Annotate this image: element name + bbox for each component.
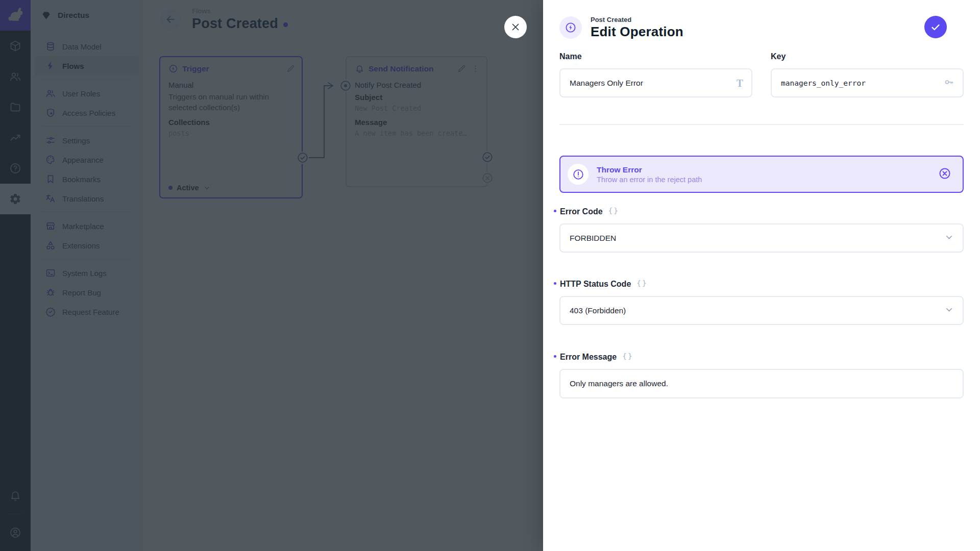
http-status-select[interactable]: 403 (Forbidden) (559, 296, 964, 325)
required-dot (554, 355, 556, 358)
error-message-label: Error Message {} (559, 353, 964, 362)
error-code-select[interactable]: FORBIDDEN (559, 223, 964, 253)
title-formatter-icon: T (737, 77, 743, 89)
operation-type-card[interactable]: Throw Error Throw an error in the reject… (559, 156, 964, 193)
drawer-close-button[interactable] (504, 16, 527, 38)
http-status-value: 403 (Forbidden) (570, 306, 626, 315)
http-status-label: HTTP Status Code {} (559, 280, 964, 289)
modal-overlay[interactable] (0, 0, 543, 551)
chevron-down-icon (944, 232, 954, 244)
required-dot (554, 210, 556, 212)
operation-type-description: Throw an error in the reject path (597, 176, 702, 184)
name-value: Managers Only Error (570, 79, 643, 88)
name-field-group: Name Managers Only Error T (559, 52, 752, 97)
chevron-down-icon (944, 304, 954, 317)
edit-operation-drawer: Post Created Edit Operation Name Manager… (543, 0, 980, 551)
name-input[interactable]: Managers Only Error T (559, 68, 752, 97)
key-field-group: Key managers_only_error (771, 52, 964, 97)
operation-type-title: Throw Error (597, 165, 702, 174)
key-label: Key (771, 52, 964, 61)
error-message-value: Only managers are allowed. (570, 379, 668, 388)
error-message-textarea[interactable]: Only managers are allowed. (559, 369, 964, 398)
drawer-content: Name Managers Only Error T Key managers_… (559, 0, 964, 551)
error-code-value: FORBIDDEN (570, 234, 616, 243)
raw-value-toggle-icon[interactable]: {} (608, 207, 619, 215)
circle-x-icon (938, 167, 951, 180)
key-value: managers_only_error (781, 79, 866, 87)
error-code-field-group: Error Code {} FORBIDDEN (559, 207, 964, 253)
header-divider (559, 124, 964, 125)
name-label: Name (559, 52, 752, 61)
raw-value-toggle-icon[interactable]: {} (622, 352, 633, 360)
error-code-label: Error Code {} (559, 207, 964, 216)
error-circle-icon (572, 168, 584, 181)
error-circle-badge (568, 164, 589, 185)
deselect-operation-button[interactable] (938, 167, 951, 182)
directus-app: Directus Data ModelFlowsUser RolesAccess… (0, 0, 980, 551)
close-icon (510, 21, 521, 33)
required-dot (554, 282, 556, 285)
http-status-field-group: HTTP Status Code {} 403 (Forbidden) (559, 280, 964, 325)
raw-value-toggle-icon[interactable]: {} (636, 279, 647, 287)
key-input[interactable]: managers_only_error (771, 68, 964, 97)
key-icon (944, 77, 954, 89)
error-message-field-group: Error Message {} Only managers are allow… (559, 353, 964, 398)
